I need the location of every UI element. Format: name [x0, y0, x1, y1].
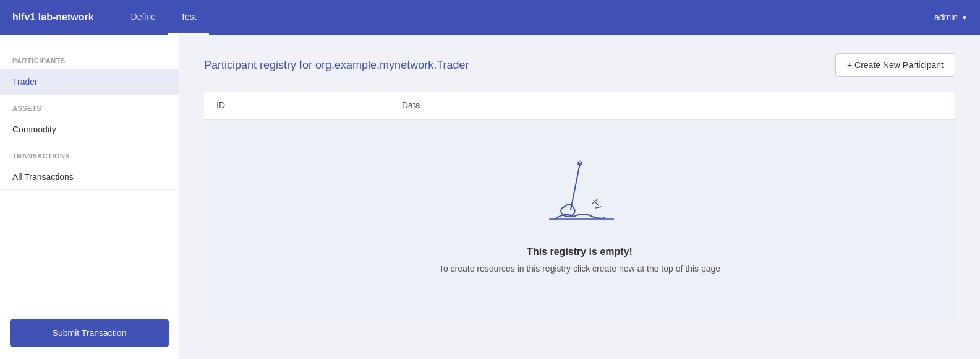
svg-line-3	[595, 207, 602, 208]
sidebar-section-participants: PARTICIPANTS Trader	[0, 47, 179, 95]
svg-line-4	[594, 201, 599, 205]
main-header: Participant registry for org.example.myn…	[204, 53, 955, 77]
empty-state: This registry is empty! To create resour…	[204, 120, 955, 323]
sidebar-item-trader[interactable]: Trader	[0, 69, 179, 95]
column-data: Data	[402, 100, 943, 110]
empty-state-subtitle: To create resources in this registry cli…	[439, 264, 720, 274]
top-navigation: hlfv1 lab-network Define Test admin ▼	[0, 0, 980, 35]
submit-transaction-button[interactable]: Submit Transaction	[10, 319, 169, 347]
empty-state-title: This registry is empty!	[527, 246, 633, 257]
participants-section-label: PARTICIPANTS	[0, 47, 179, 69]
sidebar-item-commodity[interactable]: Commodity	[0, 117, 179, 142]
sidebar-section-assets: ASSETS Commodity	[0, 95, 179, 142]
svg-line-0	[571, 163, 580, 210]
registry-title: Participant registry for org.example.myn…	[204, 59, 469, 72]
submit-btn-container: Submit Transaction	[10, 319, 169, 347]
nav-tabs: Define Test	[119, 0, 934, 35]
chevron-down-icon: ▼	[961, 14, 968, 21]
sidebar-section-transactions: TRANSACTIONS All Transactions	[0, 142, 179, 190]
main-content: Participant registry for org.example.myn…	[179, 35, 980, 359]
table-header: ID Data	[204, 92, 955, 120]
create-new-participant-button[interactable]: + Create New Participant	[835, 53, 955, 77]
page-layout: PARTICIPANTS Trader ASSETS Commodity TRA…	[0, 35, 980, 359]
assets-section-label: ASSETS	[0, 95, 179, 117]
transactions-section-label: TRANSACTIONS	[0, 142, 179, 165]
sidebar: PARTICIPANTS Trader ASSETS Commodity TRA…	[0, 35, 179, 359]
column-id: ID	[216, 100, 402, 110]
tab-test[interactable]: Test	[168, 0, 209, 35]
user-menu[interactable]: admin ▼	[934, 12, 968, 22]
participants-table: ID Data	[204, 92, 955, 323]
sidebar-item-all-transactions[interactable]: All Transactions	[0, 165, 179, 190]
brand-logo: hlfv1 lab-network	[12, 12, 94, 23]
user-label: admin	[934, 12, 958, 22]
tab-define[interactable]: Define	[119, 0, 168, 35]
empty-state-illustration	[524, 157, 636, 231]
